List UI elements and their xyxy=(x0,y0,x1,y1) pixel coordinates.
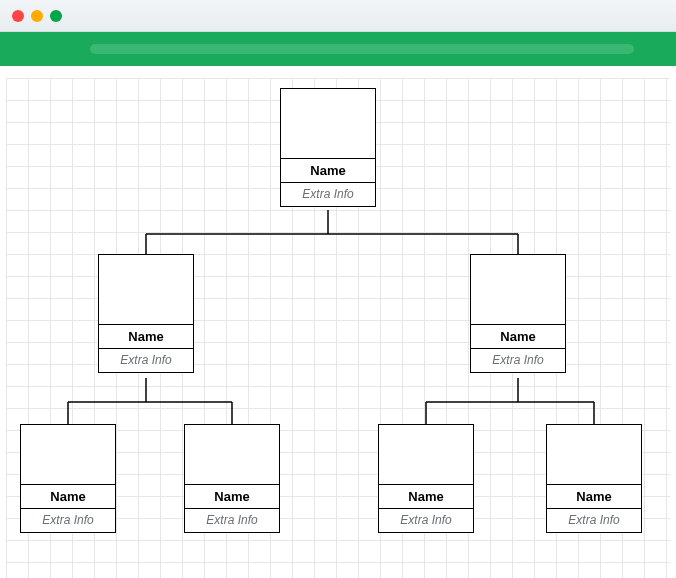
node-name-label: Name xyxy=(185,485,279,509)
node-photo xyxy=(281,89,375,159)
org-node-l2-right[interactable]: Name Extra Info xyxy=(470,254,566,373)
node-photo xyxy=(99,255,193,325)
node-photo xyxy=(471,255,565,325)
org-node-l2-left[interactable]: Name Extra Info xyxy=(98,254,194,373)
node-photo xyxy=(185,425,279,485)
org-node-leaf-2[interactable]: Name Extra Info xyxy=(184,424,280,533)
node-extra-label: Extra Info xyxy=(547,509,641,532)
node-name-label: Name xyxy=(471,325,565,349)
zoom-icon[interactable] xyxy=(50,10,62,22)
node-photo xyxy=(379,425,473,485)
node-extra-label: Extra Info xyxy=(185,509,279,532)
app-toolbar xyxy=(0,32,676,66)
org-node-leaf-4[interactable]: Name Extra Info xyxy=(546,424,642,533)
node-photo xyxy=(547,425,641,485)
diagram-canvas[interactable]: Name Extra Info Name Extra Info Name Ext… xyxy=(6,78,670,578)
node-name-label: Name xyxy=(379,485,473,509)
node-extra-label: Extra Info xyxy=(471,349,565,372)
node-name-label: Name xyxy=(21,485,115,509)
window-chrome xyxy=(0,0,676,32)
node-extra-label: Extra Info xyxy=(99,349,193,372)
node-name-label: Name xyxy=(99,325,193,349)
node-extra-label: Extra Info xyxy=(281,183,375,206)
minimize-icon[interactable] xyxy=(31,10,43,22)
node-extra-label: Extra Info xyxy=(21,509,115,532)
org-node-leaf-1[interactable]: Name Extra Info xyxy=(20,424,116,533)
node-name-label: Name xyxy=(547,485,641,509)
org-node-leaf-3[interactable]: Name Extra Info xyxy=(378,424,474,533)
org-node-root[interactable]: Name Extra Info xyxy=(280,88,376,207)
toolbar-track xyxy=(90,44,634,54)
node-photo xyxy=(21,425,115,485)
node-name-label: Name xyxy=(281,159,375,183)
close-icon[interactable] xyxy=(12,10,24,22)
node-extra-label: Extra Info xyxy=(379,509,473,532)
